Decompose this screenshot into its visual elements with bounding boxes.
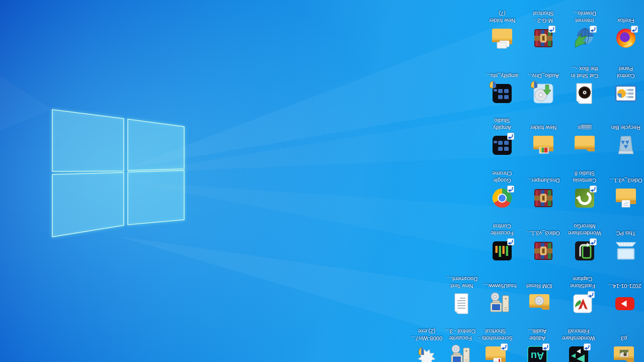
icon-label: p3 bbox=[604, 327, 644, 342]
folder-plain-icon bbox=[573, 133, 597, 157]
desktop-icon-focusrite-control[interactable]: FocusriteControl bbox=[482, 222, 522, 263]
icon-label-line: New folder bbox=[523, 124, 564, 131]
desktop-icon-p3[interactable]: p3 bbox=[604, 327, 644, 362]
setup-pc-icon bbox=[448, 344, 472, 362]
desktop-icon-amplify-stu[interactable]: amplify_stu... bbox=[482, 64, 522, 106]
icon-label-line: Downlo... bbox=[565, 10, 605, 17]
icon-label: New TextDocument.... bbox=[442, 275, 482, 290]
icon-label: AdobeAuditi... bbox=[517, 327, 557, 342]
faststone-icon bbox=[571, 292, 595, 316]
desktop-icon-hsau5www-setup[interactable]: hsaU5www.... bbox=[479, 275, 520, 316]
desktop-icon-m-g-2-shortcut[interactable]: M-G-2 -Shortcut bbox=[523, 9, 564, 50]
icon-label-line: MirrorGo bbox=[565, 223, 605, 230]
icon-label-line: Control bbox=[482, 223, 522, 230]
icon-label-line: Focusrite bbox=[482, 230, 522, 237]
desktop-icon-control-panel[interactable]: ControlPanel bbox=[606, 64, 644, 106]
firefox-icon bbox=[614, 26, 638, 50]
mirrorgo-icon bbox=[573, 239, 597, 263]
shortcut-arrow-icon bbox=[507, 133, 514, 140]
icon-label-line: New folder bbox=[482, 17, 522, 24]
desktop-icon-odin3-rar[interactable]: Odin3_v3.1... bbox=[523, 222, 564, 263]
focusrite-icon bbox=[490, 239, 514, 263]
icon-label: Cat Shat inthe Box -... bbox=[565, 64, 605, 79]
desktop-icon-google-chrome[interactable]: GoogleChrome bbox=[482, 169, 522, 210]
folder-cd-icon bbox=[527, 292, 551, 316]
audition-icon: Au bbox=[525, 344, 549, 362]
icon-label-line: Focusrite bbox=[440, 335, 480, 342]
desktop-icon-idm-reset[interactable]: IDM Reset bbox=[519, 275, 559, 316]
icon-label-line: Internet bbox=[565, 17, 605, 24]
shortcut-arrow-icon bbox=[590, 26, 597, 33]
desktop-icon-internet-download-manager[interactable]: InternetDownlo... bbox=[565, 9, 605, 50]
icon-label-line: DnsJumper... bbox=[523, 177, 564, 184]
icon-label: WondershareFilmora9 bbox=[558, 327, 599, 342]
icon-label: WondershareMirrorGo bbox=[565, 222, 605, 237]
icon-label-line: Studio 8 bbox=[565, 170, 605, 177]
desktop-icon-cat-shat-in-the-box[interactable]: Cat Shat inthe Box -... bbox=[565, 64, 605, 106]
icon-label-line: Firefox bbox=[606, 17, 644, 24]
shortcut-arrow-icon bbox=[590, 238, 597, 245]
desktop-icon-new-text-document[interactable]: New TextDocument.... bbox=[442, 275, 482, 316]
icon-label: Audio_Driv... bbox=[523, 64, 564, 79]
icon-label: Odin3_v3.1... bbox=[606, 169, 644, 184]
icon-label-line: Screenshots - bbox=[475, 335, 516, 342]
desktop-icon-audio-driver[interactable]: Audio_Driv... bbox=[523, 64, 564, 106]
installer-shield-icon bbox=[415, 344, 439, 362]
desktop-icon-adobe-audition[interactable]: AuAdobeAuditi... bbox=[517, 327, 557, 362]
rar-icon bbox=[531, 26, 555, 50]
desktop-icon-screenshots-shortcut[interactable]: Screenshots -Shortcut bbox=[475, 327, 516, 362]
icon-label-line: Camtasia bbox=[565, 177, 605, 184]
icon-label-line: hsaU5www.... bbox=[479, 283, 520, 290]
text-doc-icon bbox=[450, 292, 474, 316]
desktop-icon-wondershare-mirrorgo[interactable]: WondershareMirrorGo bbox=[565, 222, 605, 263]
icon-label-line: Auditi... bbox=[517, 328, 557, 335]
icon-label-line: Shortcut bbox=[475, 328, 516, 335]
svg-text:Au: Au bbox=[531, 350, 544, 361]
icon-label: 2021-01-14... bbox=[605, 275, 644, 290]
icon-label: jjjjjjjjjs bbox=[565, 116, 605, 131]
folder-docs-icon bbox=[490, 26, 514, 50]
icon-label-line: Odin3_v3.1... bbox=[606, 177, 644, 184]
windows-logo-icon bbox=[52, 110, 184, 237]
icon-label: FocusriteControl - 3... bbox=[440, 327, 480, 342]
icon-label-line: Recycle Bin bbox=[606, 124, 644, 131]
desktop-icon-recycle-bin[interactable]: Recycle Bin bbox=[606, 116, 644, 157]
amplify-dark-icon bbox=[490, 133, 514, 157]
desktop-icon-new-folder-7[interactable]: New folder(7) bbox=[482, 9, 522, 50]
shortcut-arrow-icon bbox=[501, 343, 508, 350]
desktop-icon-firefox[interactable]: Firefox bbox=[606, 9, 644, 50]
icon-label-line: (7) bbox=[482, 10, 522, 17]
desktop-icon-camtasia-studio-8[interactable]: CamtasiaStudio 8 bbox=[565, 169, 605, 210]
icon-label: CamtasiaStudio 8 bbox=[565, 169, 605, 184]
folder-odin-icon bbox=[614, 186, 638, 210]
icon-label: FastStoneCapture bbox=[562, 275, 603, 290]
icon-label: M-G-2 -Shortcut bbox=[523, 9, 564, 24]
icon-label: AmplifyStudio bbox=[482, 116, 522, 131]
icon-label-line: This PC bbox=[606, 230, 644, 237]
desktop-icon-amplify-studio[interactable]: AmplifyStudio bbox=[482, 116, 522, 157]
desktop-icon-odin3-folder[interactable]: Odin3_v3.1... bbox=[606, 169, 644, 210]
desktop-icon-new-folder[interactable]: New folder bbox=[523, 116, 564, 157]
desktop-icon-this-pc[interactable]: This PC bbox=[606, 222, 644, 263]
icon-label-line: Wondershare bbox=[558, 335, 599, 342]
icon-label-line: Capture bbox=[562, 276, 603, 283]
shortcut-arrow-icon bbox=[590, 186, 597, 193]
desktop-icon-wondershare-filmora9[interactable]: WondershareFilmora9 bbox=[558, 327, 599, 362]
icon-label: Recycle Bin bbox=[606, 116, 644, 131]
icon-label-line: amplify_stu... bbox=[482, 72, 522, 79]
desktop-icon-dnsjumper[interactable]: DnsJumper... bbox=[523, 169, 564, 210]
this-pc-icon bbox=[614, 239, 638, 263]
icon-label-line: Odin3_v3.1... bbox=[523, 230, 564, 237]
filmora-icon bbox=[567, 344, 591, 362]
desktop-icon-faststone-capture[interactable]: FastStoneCapture bbox=[562, 275, 603, 316]
shortcut-arrow-icon bbox=[588, 291, 595, 298]
desktop-icon-focusrite-control-3[interactable]: FocusriteControl - 3... bbox=[440, 327, 480, 362]
icon-label-line: Audio_Driv... bbox=[523, 72, 564, 79]
idm-icon bbox=[573, 26, 597, 50]
desktop-icon-video-2021-01-14[interactable]: 2021-01-14... bbox=[605, 275, 644, 316]
icon-label-line: Chrome bbox=[482, 170, 522, 177]
icon-label: Screenshots -Shortcut bbox=[475, 327, 516, 342]
desktop-icon-jjj-folder[interactable]: jjjjjjjjjs bbox=[565, 116, 605, 157]
folder-photo-icon bbox=[612, 344, 636, 362]
icon-label: GoogleChrome bbox=[482, 169, 522, 184]
